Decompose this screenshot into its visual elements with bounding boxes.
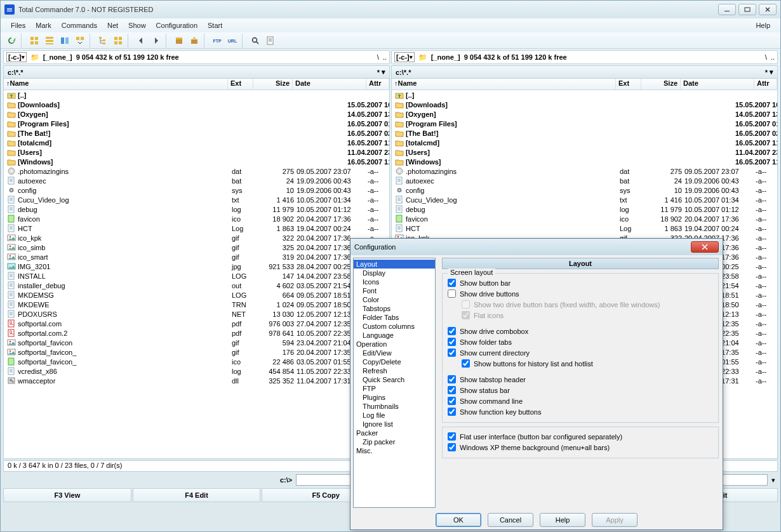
config-tree-item[interactable]: Custom columns <box>354 322 435 331</box>
config-tree-item[interactable]: Ignore list <box>354 420 435 429</box>
drive-root-icon[interactable]: 📁 <box>418 53 427 62</box>
config-checkbox[interactable]: Windows XP theme background (menu+all ba… <box>448 442 713 453</box>
file-row[interactable]: installer_debugout4 60203.05.2007 21:54-… <box>4 281 389 290</box>
file-row[interactable]: [Downloads]15.05.2007 16:05---- <box>392 100 777 109</box>
apply-button[interactable]: Apply <box>592 513 637 527</box>
menu-commands[interactable]: Commands <box>57 20 102 30</box>
right-tab[interactable]: c:\*.** ▾ <box>391 65 778 78</box>
menu-start[interactable]: Start <box>203 20 227 30</box>
drive-up[interactable]: .. <box>771 53 775 61</box>
config-tree-item[interactable]: Tabstops <box>354 304 435 313</box>
toolbar-unpack-icon[interactable] <box>187 34 201 48</box>
file-row[interactable]: [Users]11.04.2007 23:22r--- <box>4 147 389 157</box>
file-row[interactable]: .photomazinginsdat27509.05.2007 23:07-a-… <box>392 166 777 176</box>
toolbar-tree-icon[interactable] <box>96 34 110 48</box>
config-tree[interactable]: LayoutDisplayIconsFontColorTabstopsFolde… <box>353 258 436 508</box>
help-button[interactable]: Help <box>540 513 585 527</box>
file-row[interactable]: [The Bat!]16.05.2007 02:05---- <box>4 128 389 138</box>
left-tab[interactable]: c:\*.** ▾ <box>3 65 390 78</box>
file-row[interactable]: softportal_favicongif59423.04.2007 21:04… <box>4 338 389 347</box>
file-row[interactable]: softportal_favicon_ico22 48603.05.2007 0… <box>4 357 389 366</box>
drive-select[interactable]: [-c-] <box>394 52 415 62</box>
drive-root[interactable]: \ <box>377 53 379 61</box>
config-checkbox[interactable]: Flat user interface (button bar configur… <box>448 431 713 442</box>
config-tree-item[interactable]: Refresh <box>354 366 435 375</box>
file-row[interactable]: [Users]11.04.2007 23:22r--- <box>392 147 777 157</box>
file-row[interactable]: IMG_3201jpg921 53328.04.2007 00:25-a-- <box>4 262 389 271</box>
config-tree-item[interactable]: Packer <box>354 429 435 437</box>
config-checkbox[interactable]: Show command line <box>448 396 713 406</box>
file-row[interactable]: wmacceptordll325 35211.04.2007 17:31-a-- <box>4 376 389 385</box>
file-row[interactable]: [Program Files]16.05.2007 01:37r--- <box>4 119 389 128</box>
drive-root-icon[interactable]: 📁 <box>30 53 39 62</box>
file-row[interactable]: softportal_favicon_gif17620.04.2007 17:3… <box>4 347 389 357</box>
ok-button[interactable]: OK <box>436 513 481 527</box>
cmd-dropdown-icon[interactable]: ▾ <box>771 476 775 484</box>
file-row[interactable]: [Windows]16.05.2007 11:14---- <box>4 157 389 166</box>
file-row[interactable]: softportal.com.2pdf978 64110.05.2007 22:… <box>4 328 389 338</box>
toolbar-back-icon[interactable] <box>134 34 148 48</box>
file-row[interactable]: HCTLog1 86319.04.2007 00:24-a-- <box>392 223 777 233</box>
config-checkbox[interactable]: Show drive buttons <box>448 288 713 299</box>
config-tree-item[interactable]: Thumbnails <box>354 402 435 411</box>
config-tree-item[interactable]: FTP <box>354 384 435 393</box>
file-row[interactable]: vcredist_x86log454 85411.05.2007 22:33-a… <box>4 366 389 376</box>
file-row[interactable]: faviconico18 90220.04.2007 17:36-a-- <box>4 214 389 223</box>
file-row[interactable]: debuglog11 97910.05.2007 01:12-a-- <box>392 204 777 214</box>
file-row[interactable]: MKDEWETRN1 02409.05.2007 18:50-a-- <box>4 300 389 309</box>
file-row[interactable]: ico_kpkgif32220.04.2007 17:36-a-- <box>4 233 389 243</box>
config-tree-item[interactable]: Operation <box>354 340 435 349</box>
toolbar-split-icon[interactable] <box>73 34 87 48</box>
fnkey[interactable]: F4 Edit <box>133 488 261 502</box>
file-row[interactable]: [..] <box>392 90 777 100</box>
config-tree-item[interactable]: Icons <box>354 277 435 286</box>
dialog-close-button[interactable] <box>691 241 719 253</box>
file-row[interactable]: Cucu_Video_logtxt1 41610.05.2007 01:34-a… <box>392 195 777 204</box>
file-row[interactable]: debuglog11 97910.05.2007 01:12-a-- <box>4 204 389 214</box>
menu-configuration[interactable]: Configuration <box>151 20 203 30</box>
menu-files[interactable]: Files <box>6 20 30 30</box>
config-checkbox[interactable]: Show folder tabs <box>448 336 713 347</box>
config-tree-item[interactable]: Color <box>354 295 435 304</box>
menu-net[interactable]: Net <box>102 20 123 30</box>
config-tree-item[interactable]: Language <box>354 331 435 340</box>
file-row[interactable]: MKDEMSGLOG66409.05.2007 18:51-a-- <box>4 290 389 300</box>
config-tree-item[interactable]: Display <box>354 269 435 277</box>
menu-show[interactable]: Show <box>123 20 151 30</box>
file-row[interactable]: configsys1019.09.2006 00:43-a-- <box>392 185 777 195</box>
config-tree-item[interactable]: Layout <box>354 260 435 269</box>
config-tree-item[interactable]: Quick Search <box>354 375 435 384</box>
file-row[interactable]: .photomazinginsdat27509.05.2007 23:07-a-… <box>4 166 389 176</box>
maximize-button[interactable] <box>738 4 756 15</box>
file-row[interactable]: PDOXUSRSNET13 03012.05.2007 12:13-a-- <box>4 309 389 319</box>
file-row[interactable]: [Oxygen]14.05.2007 13:46---- <box>392 109 777 119</box>
file-row[interactable]: faviconico18 90220.04.2007 17:36-a-- <box>392 214 777 223</box>
config-checkbox[interactable]: Show function key buttons <box>448 406 713 417</box>
file-row[interactable]: ico_smartgif31920.04.2007 17:36-a-- <box>4 252 389 262</box>
file-row[interactable]: INSTALLLOG14714.04.2007 23:58-a-- <box>4 271 389 281</box>
config-checkbox[interactable]: Show current directory <box>448 347 713 358</box>
file-row[interactable]: configsys1019.09.2006 00:43-a-- <box>4 185 389 195</box>
toolbar-pack-icon[interactable] <box>172 34 186 48</box>
config-tree-item[interactable]: Edit/View <box>354 349 435 357</box>
file-row[interactable]: autoexecbat2419.09.2006 00:43-a-- <box>392 176 777 185</box>
drive-select[interactable]: [-c-] <box>6 52 27 62</box>
close-button[interactable] <box>759 4 777 15</box>
config-tree-item[interactable]: Plugins <box>354 393 435 402</box>
config-checkbox[interactable]: Show button bar <box>448 277 713 288</box>
menu-mark[interactable]: Mark <box>30 20 56 30</box>
column-header[interactable]: ↑Name Ext Size Date Attr <box>4 79 389 90</box>
config-tree-item[interactable]: Misc. <box>354 446 435 455</box>
config-tree-item[interactable]: Copy/Delete <box>354 357 435 366</box>
toolbar-grid-a-icon[interactable] <box>27 34 41 48</box>
drive-root[interactable]: \ <box>765 53 767 61</box>
file-row[interactable]: [..] <box>4 90 389 100</box>
file-row[interactable]: [Downloads]15.05.2007 16:05---- <box>4 100 389 109</box>
toolbar-view-icon[interactable] <box>111 34 125 48</box>
config-tree-item[interactable]: Log file <box>354 411 435 420</box>
file-row[interactable]: [Program Files]16.05.2007 01:37r--- <box>392 119 777 128</box>
toolbar-forward-icon[interactable] <box>149 34 163 48</box>
menu-help[interactable]: Help <box>751 20 775 30</box>
config-tree-item[interactable]: Folder Tabs <box>354 313 435 322</box>
drive-up[interactable]: .. <box>383 53 387 61</box>
